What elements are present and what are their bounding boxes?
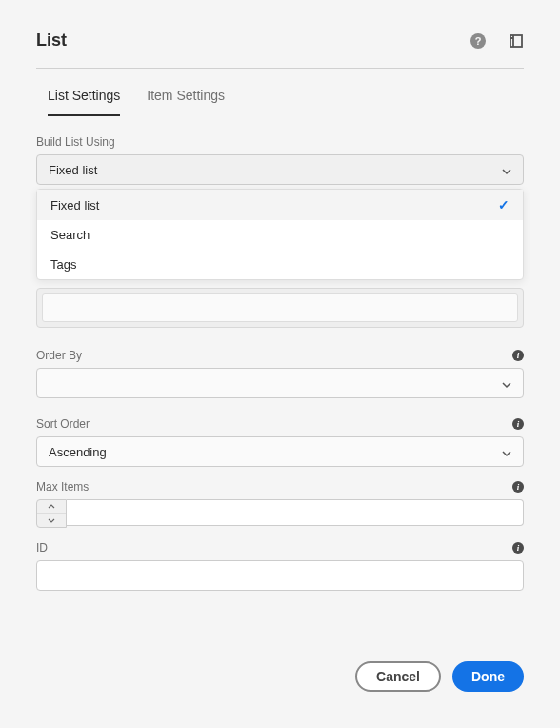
info-icon[interactable]: i [512,542,524,554]
fullscreen-icon[interactable] [509,33,524,49]
build-list-label: Build List Using [36,135,115,149]
sort-order-label: Sort Order [36,417,90,431]
info-icon[interactable]: i [512,418,524,430]
sort-order-value: Ascending [49,445,107,459]
dropdown-option-fixed-list[interactable]: Fixed list ✓ [37,190,523,220]
info-icon[interactable]: i [512,481,524,493]
order-by-label: Order By [36,349,82,362]
page-title: List [36,30,67,51]
chevron-down-icon [502,447,511,456]
chevron-down-icon [502,165,511,174]
build-list-dropdown: Fixed list ✓ Search Tags [36,189,524,280]
quantity-stepper [36,499,67,528]
max-items-input[interactable] [67,499,524,526]
info-icon[interactable]: i [512,350,524,361]
done-button[interactable]: Done [452,661,524,692]
svg-rect-0 [510,35,522,47]
order-by-select[interactable] [36,368,524,398]
help-icon[interactable]: ? [470,33,486,49]
stepper-down[interactable] [37,514,66,527]
tab-list-settings[interactable]: List Settings [48,88,120,116]
build-list-select[interactable]: Fixed list [36,154,524,185]
id-input[interactable] [36,560,524,591]
max-items-label: Max Items [36,480,89,494]
chevron-down-icon [502,378,511,388]
dropdown-option-search[interactable]: Search [37,220,523,250]
sort-order-select[interactable]: Ascending [36,436,524,467]
tab-item-settings[interactable]: Item Settings [147,88,225,116]
id-label: ID [36,541,48,555]
dropdown-option-tags[interactable]: Tags [37,250,523,279]
build-list-value: Fixed list [49,163,97,177]
obscured-panel [36,288,524,328]
dropdown-option-label: Tags [50,257,76,272]
cancel-button[interactable]: Cancel [355,661,441,692]
dropdown-option-label: Search [50,228,90,242]
stepper-up[interactable] [37,500,66,514]
check-icon: ✓ [498,197,510,212]
dropdown-option-label: Fixed list [50,198,99,212]
